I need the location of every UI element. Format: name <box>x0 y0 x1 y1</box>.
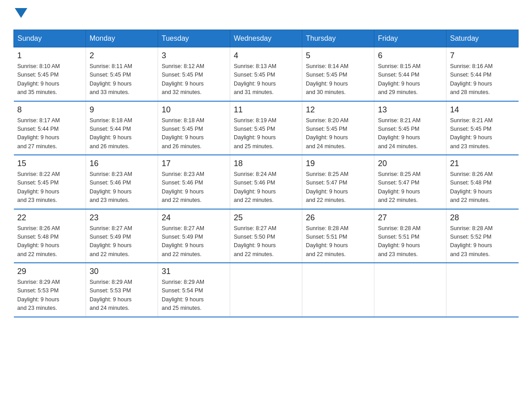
day-number: 24 <box>162 213 226 223</box>
day-info: Sunrise: 8:12 AMSunset: 5:45 PMDaylight:… <box>162 63 204 95</box>
calendar-day-cell: 17 Sunrise: 8:23 AMSunset: 5:46 PMDaylig… <box>158 155 230 209</box>
calendar-day-cell: 7 Sunrise: 8:16 AMSunset: 5:44 PMDayligh… <box>446 47 519 101</box>
calendar-header-friday: Friday <box>374 30 446 47</box>
day-number: 1 <box>17 51 82 60</box>
calendar-day-cell: 4 Sunrise: 8:13 AMSunset: 5:45 PMDayligh… <box>230 47 302 101</box>
day-info: Sunrise: 8:14 AMSunset: 5:45 PMDaylight:… <box>306 63 348 95</box>
day-info: Sunrise: 8:25 AMSunset: 5:47 PMDaylight:… <box>306 171 348 203</box>
calendar-day-cell: 10 Sunrise: 8:18 AMSunset: 5:45 PMDaylig… <box>158 101 230 155</box>
calendar-week-row: 29 Sunrise: 8:29 AMSunset: 5:53 PMDaylig… <box>14 263 519 317</box>
calendar-day-cell: 2 Sunrise: 8:11 AMSunset: 5:45 PMDayligh… <box>86 47 158 101</box>
day-number: 27 <box>378 213 442 223</box>
day-info: Sunrise: 8:13 AMSunset: 5:45 PMDaylight:… <box>234 63 276 95</box>
calendar-day-cell: 13 Sunrise: 8:21 AMSunset: 5:45 PMDaylig… <box>374 101 446 155</box>
calendar-day-cell: 19 Sunrise: 8:25 AMSunset: 5:47 PMDaylig… <box>302 155 374 209</box>
day-number: 25 <box>234 213 298 223</box>
calendar-day-cell: 24 Sunrise: 8:27 AMSunset: 5:49 PMDaylig… <box>158 209 230 263</box>
day-number: 20 <box>378 159 442 168</box>
day-number: 29 <box>17 267 82 276</box>
day-info: Sunrise: 8:18 AMSunset: 5:45 PMDaylight:… <box>162 117 204 150</box>
calendar-week-row: 1 Sunrise: 8:10 AMSunset: 5:45 PMDayligh… <box>14 47 519 101</box>
logo <box>13 9 27 21</box>
day-info: Sunrise: 8:26 AMSunset: 5:48 PMDaylight:… <box>450 171 493 203</box>
day-number: 3 <box>162 51 226 60</box>
day-info: Sunrise: 8:29 AMSunset: 5:53 PMDaylight:… <box>90 279 132 311</box>
day-number: 18 <box>234 159 298 168</box>
day-info: Sunrise: 8:21 AMSunset: 5:45 PMDaylight:… <box>450 117 493 150</box>
calendar-header-monday: Monday <box>86 30 158 47</box>
day-info: Sunrise: 8:15 AMSunset: 5:44 PMDaylight:… <box>378 63 420 95</box>
day-info: Sunrise: 8:11 AMSunset: 5:45 PMDaylight:… <box>90 63 132 95</box>
calendar-day-cell: 25 Sunrise: 8:27 AMSunset: 5:50 PMDaylig… <box>230 209 302 263</box>
calendar-day-cell: 12 Sunrise: 8:20 AMSunset: 5:45 PMDaylig… <box>302 101 374 155</box>
day-number: 7 <box>450 51 515 60</box>
calendar-header-tuesday: Tuesday <box>158 30 230 47</box>
calendar-day-cell: 23 Sunrise: 8:27 AMSunset: 5:49 PMDaylig… <box>86 209 158 263</box>
day-info: Sunrise: 8:27 AMSunset: 5:49 PMDaylight:… <box>90 225 132 257</box>
day-info: Sunrise: 8:27 AMSunset: 5:49 PMDaylight:… <box>162 225 204 257</box>
calendar-day-cell: 6 Sunrise: 8:15 AMSunset: 5:44 PMDayligh… <box>374 47 446 101</box>
day-info: Sunrise: 8:16 AMSunset: 5:44 PMDaylight:… <box>450 63 493 95</box>
day-info: Sunrise: 8:29 AMSunset: 5:54 PMDaylight:… <box>162 279 204 311</box>
day-info: Sunrise: 8:21 AMSunset: 5:45 PMDaylight:… <box>378 117 420 150</box>
day-number: 14 <box>450 105 515 115</box>
day-info: Sunrise: 8:10 AMSunset: 5:45 PMDaylight:… <box>17 63 60 95</box>
calendar-day-cell: 20 Sunrise: 8:25 AMSunset: 5:47 PMDaylig… <box>374 155 446 209</box>
calendar-day-cell <box>230 263 302 317</box>
day-info: Sunrise: 8:26 AMSunset: 5:48 PMDaylight:… <box>17 225 60 257</box>
day-info: Sunrise: 8:23 AMSunset: 5:46 PMDaylight:… <box>162 171 204 203</box>
day-info: Sunrise: 8:28 AMSunset: 5:51 PMDaylight:… <box>306 225 348 257</box>
day-info: Sunrise: 8:25 AMSunset: 5:47 PMDaylight:… <box>378 171 420 203</box>
day-number: 12 <box>306 105 370 115</box>
calendar-header-row: SundayMondayTuesdayWednesdayThursdayFrid… <box>14 30 519 47</box>
day-number: 13 <box>378 105 442 115</box>
calendar-header-sunday: Sunday <box>14 30 86 47</box>
day-info: Sunrise: 8:17 AMSunset: 5:44 PMDaylight:… <box>17 117 60 150</box>
day-number: 4 <box>234 51 298 60</box>
calendar-header-wednesday: Wednesday <box>230 30 302 47</box>
calendar-day-cell: 8 Sunrise: 8:17 AMSunset: 5:44 PMDayligh… <box>14 101 86 155</box>
calendar-day-cell: 22 Sunrise: 8:26 AMSunset: 5:48 PMDaylig… <box>14 209 86 263</box>
calendar-day-cell: 11 Sunrise: 8:19 AMSunset: 5:45 PMDaylig… <box>230 101 302 155</box>
calendar-day-cell: 5 Sunrise: 8:14 AMSunset: 5:45 PMDayligh… <box>302 47 374 101</box>
day-number: 22 <box>17 213 82 223</box>
day-number: 5 <box>306 51 370 60</box>
day-number: 19 <box>306 159 370 168</box>
calendar-day-cell: 31 Sunrise: 8:29 AMSunset: 5:54 PMDaylig… <box>158 263 230 317</box>
day-number: 9 <box>90 105 154 115</box>
day-info: Sunrise: 8:18 AMSunset: 5:44 PMDaylight:… <box>90 117 132 150</box>
calendar-day-cell <box>374 263 446 317</box>
day-number: 28 <box>450 213 515 223</box>
calendar-header-thursday: Thursday <box>302 30 374 47</box>
day-number: 30 <box>90 267 154 276</box>
calendar-day-cell: 18 Sunrise: 8:24 AMSunset: 5:46 PMDaylig… <box>230 155 302 209</box>
calendar-day-cell: 3 Sunrise: 8:12 AMSunset: 5:45 PMDayligh… <box>158 47 230 101</box>
calendar-table: SundayMondayTuesdayWednesdayThursdayFrid… <box>13 30 519 317</box>
calendar-week-row: 22 Sunrise: 8:26 AMSunset: 5:48 PMDaylig… <box>14 209 519 263</box>
day-number: 16 <box>90 159 154 168</box>
day-number: 15 <box>17 159 82 168</box>
day-number: 2 <box>90 51 154 60</box>
day-number: 23 <box>90 213 154 223</box>
calendar-day-cell: 28 Sunrise: 8:28 AMSunset: 5:52 PMDaylig… <box>446 209 519 263</box>
day-info: Sunrise: 8:27 AMSunset: 5:50 PMDaylight:… <box>234 225 276 257</box>
calendar-day-cell: 27 Sunrise: 8:28 AMSunset: 5:51 PMDaylig… <box>374 209 446 263</box>
day-info: Sunrise: 8:28 AMSunset: 5:52 PMDaylight:… <box>450 225 493 257</box>
calendar-day-cell <box>446 263 519 317</box>
logo-triangle-icon <box>15 8 27 18</box>
day-number: 8 <box>17 105 82 115</box>
day-info: Sunrise: 8:23 AMSunset: 5:46 PMDaylight:… <box>90 171 132 203</box>
day-info: Sunrise: 8:22 AMSunset: 5:45 PMDaylight:… <box>17 171 60 203</box>
calendar-day-cell: 21 Sunrise: 8:26 AMSunset: 5:48 PMDaylig… <box>446 155 519 209</box>
day-number: 21 <box>450 159 515 168</box>
day-number: 11 <box>234 105 298 115</box>
calendar-week-row: 15 Sunrise: 8:22 AMSunset: 5:45 PMDaylig… <box>14 155 519 209</box>
day-number: 17 <box>162 159 226 168</box>
day-info: Sunrise: 8:28 AMSunset: 5:51 PMDaylight:… <box>378 225 420 257</box>
day-number: 26 <box>306 213 370 223</box>
calendar-day-cell: 29 Sunrise: 8:29 AMSunset: 5:53 PMDaylig… <box>14 263 86 317</box>
day-number: 31 <box>162 267 226 276</box>
calendar-day-cell <box>302 263 374 317</box>
day-info: Sunrise: 8:24 AMSunset: 5:46 PMDaylight:… <box>234 171 276 203</box>
day-info: Sunrise: 8:19 AMSunset: 5:45 PMDaylight:… <box>234 117 276 150</box>
